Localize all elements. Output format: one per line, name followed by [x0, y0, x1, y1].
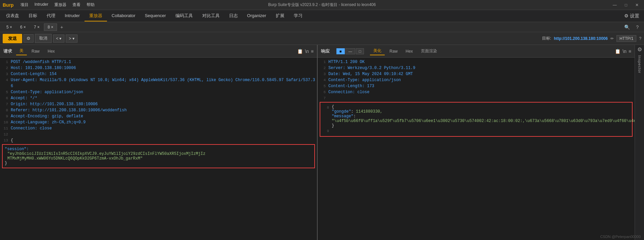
toolbar: 发送 ⚙ 取消 < ▾ > ▾ 目标: http://101.200.138.1…	[0, 32, 644, 45]
request-line-9: 9 Accept-Encoding: gzip, deflate	[0, 113, 317, 119]
response-line-6-content: Connection: close	[328, 89, 369, 95]
resp-view-tab-3[interactable]: □	[356, 48, 364, 54]
nav-tab-extensions[interactable]: 扩展	[271, 11, 289, 21]
request-tab-raw[interactable]: Raw	[28, 48, 43, 55]
inspector-label: Inspector	[638, 55, 642, 73]
response-highlight-box: 8 { "gongde": 1141880330, "message": "\u…	[320, 102, 633, 137]
request-copy-icon[interactable]: 📋	[297, 49, 303, 54]
menu-item-repeater[interactable]: 重放器	[52, 1, 69, 8]
sub-tab-7[interactable]: 7 ×	[30, 23, 43, 31]
request-highlight-box: "session": "eyJhbGcioiJIUzI1NiIsInR5cCI6…	[2, 144, 315, 168]
add-tab-button[interactable]: +	[58, 24, 66, 31]
request-line-7: 7 Origin: http://101.200.138.180:10006	[0, 101, 317, 107]
response-tab-hex[interactable]: Hex	[402, 48, 416, 55]
nav-tab-logger[interactable]: 日志	[224, 11, 243, 21]
request-panel-icons: 📋 \n ≡	[297, 49, 314, 54]
menu-item-project[interactable]: 项目	[18, 1, 31, 8]
request-line-8-content: Referer: http://101.200.138.180:10006/wo…	[11, 107, 127, 113]
sub-tab-8[interactable]: 8 ×	[44, 23, 57, 31]
response-line-7: 7	[318, 95, 635, 101]
toolbar-help-icon[interactable]: ?	[639, 36, 641, 41]
request-line-4: 4 User-Agent: Mozilla/5.0 (Windows NT 10…	[0, 77, 317, 89]
response-line-3: 3 Date: Wed, 15 May 2024 09:10:42 GMT	[318, 71, 635, 77]
inspector-sidebar: ⚙ Inspector	[635, 45, 644, 240]
request-newline-icon[interactable]: \n	[305, 49, 309, 54]
send-button[interactable]: 发送	[3, 34, 22, 43]
nav-tab-compare[interactable]: 对比工具	[198, 11, 224, 21]
nav-tab-organizer[interactable]: Organizer	[243, 11, 271, 21]
request-line-5-content: Content-Type: application/json	[11, 89, 83, 95]
menu-item-help[interactable]: 帮助	[84, 1, 97, 8]
next-button[interactable]: > ▾	[66, 35, 77, 43]
request-line-3-content: Content-Length: 154	[11, 71, 57, 77]
inspector-icon[interactable]: ⚙	[637, 46, 642, 53]
request-panel-header: 请求 美 Raw Hex 📋 \n ≡	[0, 45, 317, 58]
response-json-body: { "gongde": 1141880330, "message": "\u4f…	[332, 105, 635, 128]
gear-button[interactable]: ⚙	[23, 34, 34, 43]
menu-item-view[interactable]: 查看	[70, 1, 83, 8]
request-line-5: 5 Content-Type: application/json	[0, 89, 317, 95]
window-title: Burp Suite专业版 v2023.9.2 - 临时项目 - license…	[268, 2, 376, 8]
response-newline-icon[interactable]: \n	[623, 49, 627, 54]
request-menu-icon[interactable]: ≡	[311, 49, 314, 54]
target-label: 目标:	[542, 36, 551, 41]
response-panel-header: 响应 ■ — □ 美化 Raw Hex 页面渲染 📋 \n ≡	[318, 45, 635, 58]
response-tab-raw[interactable]: Raw	[386, 48, 401, 55]
nav-tab-target[interactable]: 目标	[24, 11, 42, 21]
nav-tab-encoder[interactable]: 编码工具	[171, 11, 198, 21]
request-line-2: 2 Host: 101.200.138.180:10006	[0, 65, 317, 71]
response-line-1: 1 HTTP/1.1 200 OK	[318, 59, 635, 65]
sub-tabs: 5 × 6 × 7 × 8 × + 🔍 ?	[0, 22, 644, 32]
request-close-brace: }	[5, 161, 312, 166]
request-tab-pretty[interactable]: 美	[16, 47, 27, 55]
request-line-4-content: User-Agent: Mozilla/5.0 (Windows NT 10.0…	[11, 77, 316, 89]
app-logo: Burp	[3, 2, 14, 8]
minimize-button[interactable]: —	[610, 2, 620, 8]
sub-tab-5[interactable]: 5 ×	[3, 23, 16, 31]
request-line-11-content: Connection: close	[11, 125, 52, 131]
request-tab-hex[interactable]: Hex	[44, 48, 58, 55]
request-line-8: 8 Referer: http://101.200.138.180:10006/…	[0, 107, 317, 113]
maximize-button[interactable]: □	[622, 2, 630, 8]
response-menu-icon[interactable]: ≡	[629, 49, 631, 54]
response-line-3-content: Date: Wed, 15 May 2024 09:10:42 GMT	[328, 71, 413, 77]
title-bar: Burp 项目 Intruder 重放器 查看 帮助 Burp Suite专业版…	[0, 0, 644, 10]
response-tab-render[interactable]: 页面渲染	[418, 47, 440, 55]
target-info: 目标: http://101.200.138.180:10006 ✏ HTTP/…	[542, 35, 641, 42]
request-line-1-content: POST /woddenfish HTTP/1.1	[11, 59, 71, 65]
request-line-12: 12	[0, 131, 317, 137]
nav-tab-sequencer[interactable]: Sequencer	[140, 11, 171, 21]
sub-tab-6[interactable]: 6 ×	[16, 23, 30, 31]
window-controls: — □ ✕	[610, 2, 641, 8]
main-content: 请求 美 Raw Hex 📋 \n ≡ 1 POST /woddenfish H…	[0, 45, 644, 240]
resp-view-tab-2[interactable]: —	[345, 48, 355, 54]
request-panel-title: 请求	[3, 48, 12, 54]
help-icon[interactable]: ?	[633, 24, 641, 31]
request-code-area[interactable]: 1 POST /woddenfish HTTP/1.1 2 Host: 101.…	[0, 58, 317, 240]
nav-tab-intruder[interactable]: Intruder	[60, 11, 85, 21]
resp-view-tab-1[interactable]: ■	[336, 48, 345, 54]
nav-tab-collaborator[interactable]: Collaborator	[107, 11, 140, 21]
request-session-key: "session":	[5, 147, 312, 152]
cancel-button[interactable]: 取消	[35, 34, 52, 43]
menu-item-intruder[interactable]: Intruder	[32, 1, 51, 8]
nav-tab-proxy[interactable]: 代理	[42, 11, 60, 21]
request-line-10-content: Accept-Language: zh-CN,zh;q=0.9	[11, 119, 86, 125]
response-code-area[interactable]: 1 HTTP/1.1 200 OK 2 Server: Werkzeug/3.0…	[318, 58, 635, 240]
request-line-10: 10 Accept-Language: zh-CN,zh;q=0.9	[0, 119, 317, 125]
search-button[interactable]: 🔍	[622, 24, 633, 31]
edit-icon[interactable]: ✏	[610, 36, 614, 41]
response-line-8-container: 8 { "gongde": 1141880330, "message": "\u…	[322, 105, 630, 128]
watermark: CSDN @Peterpan00000	[600, 235, 641, 239]
request-line-6-content: Accept: */*	[11, 95, 37, 101]
response-line-4-content: Content-Type: application/json	[328, 77, 401, 83]
nav-tab-learn[interactable]: 学习	[289, 11, 307, 21]
close-button[interactable]: ✕	[633, 2, 641, 8]
response-copy-icon[interactable]: 📋	[615, 49, 621, 54]
http-version-badge[interactable]: HTTP/1	[616, 35, 636, 42]
prev-button[interactable]: < ▾	[53, 35, 64, 43]
response-tab-pretty[interactable]: 美化	[370, 47, 385, 55]
nav-tab-repeater[interactable]: 重放器	[85, 11, 107, 21]
settings-button[interactable]: ⚙ 设置	[621, 12, 643, 20]
nav-tab-dashboard[interactable]: 仪表盘	[1, 11, 24, 21]
